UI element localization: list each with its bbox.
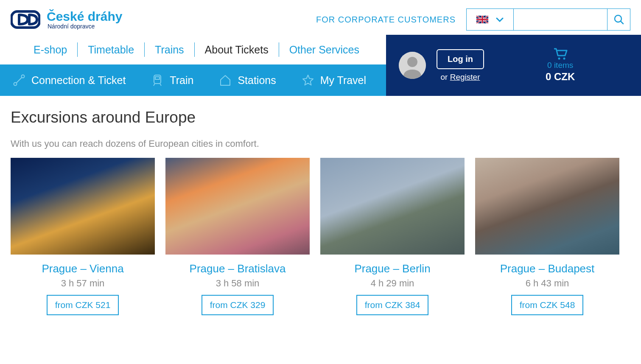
flag-gb-icon — [476, 16, 488, 23]
language-selector[interactable] — [466, 8, 514, 31]
subnav-connection-ticket[interactable]: Connection & Ticket — [13, 74, 126, 87]
subnav-stations[interactable]: Stations — [219, 74, 276, 87]
register-line: or Register — [441, 73, 480, 82]
search-button[interactable] — [607, 9, 630, 30]
excursion-route[interactable]: Prague – Bratislava — [190, 262, 286, 275]
nav-timetable[interactable]: Timetable — [78, 44, 144, 56]
excursion-duration: 3 h 58 min — [216, 278, 260, 289]
svg-point-7 — [563, 58, 565, 60]
subnav-train[interactable]: Train — [151, 74, 193, 87]
subnav-label: Train — [170, 74, 193, 87]
chevron-down-icon — [496, 14, 504, 25]
svg-point-6 — [558, 58, 560, 60]
excursion-duration: 6 h 43 min — [526, 278, 569, 289]
corporate-link[interactable]: FOR CORPORATE CUSTOMERS — [316, 15, 456, 25]
excursion-price-button[interactable]: from CZK 548 — [511, 295, 584, 315]
svg-rect-0 — [11, 11, 39, 28]
subnav-label: Stations — [238, 74, 276, 87]
home-icon — [219, 74, 232, 87]
cart-items-count: 0 items — [547, 61, 573, 70]
svg-rect-12 — [155, 77, 160, 79]
excursion-image[interactable] — [165, 158, 310, 255]
subnav-label: My Travel — [320, 74, 366, 87]
excursion-price-button[interactable]: from CZK 521 — [47, 295, 119, 315]
cart-total: 0 CZK — [546, 71, 575, 83]
route-icon — [13, 74, 25, 87]
svg-line-3 — [621, 21, 623, 24]
subnav-my-travel[interactable]: My Travel — [302, 74, 366, 87]
excursion-price-button[interactable]: from CZK 384 — [356, 295, 429, 315]
excursion-route[interactable]: Prague – Budapest — [500, 262, 595, 275]
svg-line-14 — [160, 84, 161, 86]
nav-other-services[interactable]: Other Services — [279, 44, 369, 56]
page-title: Excursions around Europe — [11, 109, 630, 126]
logo[interactable]: České dráhy Národní dopravce — [11, 9, 122, 30]
brand-tagline: Národní dopravce — [47, 23, 122, 30]
excursion-card: Prague – Berlin 4 h 29 min from CZK 384 — [320, 158, 465, 315]
nav-about-tickets[interactable]: About Tickets — [195, 44, 279, 56]
subnav-label: Connection & Ticket — [31, 74, 126, 87]
excursion-duration: 3 h 57 min — [61, 278, 105, 289]
page-subtitle: With us you can reach dozens of European… — [11, 138, 630, 149]
excursion-price-button[interactable]: from CZK 329 — [202, 295, 274, 315]
svg-point-5 — [407, 57, 417, 67]
svg-point-9 — [22, 75, 25, 78]
register-link[interactable]: Register — [450, 73, 480, 81]
excursion-image[interactable] — [11, 158, 155, 255]
excursion-card: Prague – Budapest 6 h 43 min from CZK 54… — [475, 158, 619, 315]
person-icon — [399, 52, 426, 79]
excursion-route[interactable]: Prague – Vienna — [42, 262, 123, 275]
excursion-card: Prague – Vienna 3 h 57 min from CZK 521 — [11, 158, 155, 315]
svg-line-10 — [17, 78, 22, 83]
search-icon — [613, 14, 624, 25]
star-icon — [302, 74, 314, 87]
search-input[interactable] — [514, 9, 607, 30]
excursion-image[interactable] — [475, 158, 619, 255]
brand-name: České dráhy — [47, 9, 122, 24]
excursion-duration: 4 h 29 min — [371, 278, 414, 289]
search-box — [514, 8, 630, 31]
svg-point-8 — [14, 83, 17, 86]
excursion-route[interactable]: Prague – Berlin — [354, 262, 430, 275]
nav-trains[interactable]: Trains — [145, 44, 194, 56]
logo-icon — [11, 9, 40, 30]
nav-eshop[interactable]: E-shop — [23, 44, 77, 56]
login-button[interactable]: Log in — [437, 49, 484, 69]
train-icon — [151, 74, 164, 87]
svg-line-13 — [154, 84, 155, 86]
cart-icon — [553, 48, 568, 60]
excursion-card: Prague – Bratislava 3 h 58 min from CZK … — [165, 158, 310, 315]
avatar[interactable] — [399, 52, 426, 79]
cart[interactable]: 0 items 0 CZK — [546, 48, 575, 83]
excursion-image[interactable] — [320, 158, 465, 255]
